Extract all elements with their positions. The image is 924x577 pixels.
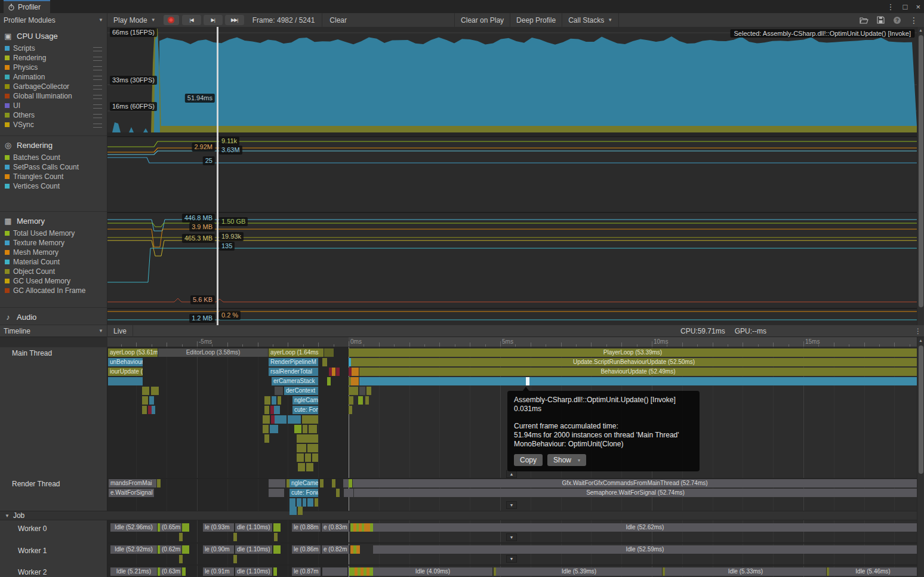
timeline-segment[interactable]	[270, 425, 278, 433]
timeline-segment[interactable]	[186, 545, 189, 554]
timeline-segment[interactable]: PlayerLoop (53.39ms)	[349, 348, 917, 357]
timeline-segment[interactable]	[157, 479, 161, 487]
timeline-segment[interactable]	[288, 415, 301, 424]
timeline-segment[interactable]: le (0.88m	[292, 523, 321, 532]
timeline-segment[interactable]	[344, 489, 353, 497]
timeline-segment[interactable]	[298, 507, 303, 515]
timeline-segment[interactable]	[358, 396, 363, 405]
timeline-segment[interactable]	[332, 368, 335, 376]
module-legend-item[interactable]: Physics	[0, 63, 107, 72]
timeline-segment[interactable]: Idle (52.92ms)	[110, 545, 157, 554]
timeline-segment[interactable]	[264, 406, 269, 414]
scrollbar-thumb[interactable]	[919, 345, 923, 474]
module-header[interactable]: ♪Audio	[0, 308, 107, 325]
timeline-segment[interactable]	[327, 377, 331, 385]
module-legend-item[interactable]: Batches Count	[0, 153, 107, 162]
timeline-segment[interactable]	[294, 425, 301, 433]
timeline-segment[interactable]: e (0.82m	[322, 545, 349, 554]
timeline-segment[interactable]	[309, 425, 317, 433]
timeline-segment[interactable]	[269, 489, 284, 497]
module-header[interactable]: ◎Rendering	[0, 136, 107, 153]
drag-handle-icon[interactable]	[93, 114, 102, 118]
timeline-segment[interactable]	[263, 425, 269, 433]
timeline-segment[interactable]	[274, 406, 280, 414]
timeline-segment[interactable]	[336, 489, 340, 497]
timeline-segment[interactable]	[297, 498, 301, 507]
timeline-segment[interactable]	[306, 463, 313, 471]
module-header[interactable]: ▦Memory	[0, 212, 107, 229]
timeline-segment[interactable]: Idle (5.46ms)	[829, 567, 917, 576]
timeline-segment[interactable]	[297, 453, 304, 462]
timeline-segment[interactable]: derContext	[284, 387, 318, 395]
record-button[interactable]	[164, 15, 179, 25]
timeline-segment[interactable]	[297, 444, 306, 452]
timeline-segment[interactable]: Idle (5.33ms)	[665, 567, 826, 576]
module-legend-item[interactable]: GarbageCollector	[0, 82, 107, 91]
timeline-segment[interactable]	[297, 434, 318, 443]
timeline-segment[interactable]: le (0.93m	[203, 523, 234, 532]
timeline-segment[interactable]: Idle (52.62ms)	[373, 523, 917, 532]
call-stacks-dropdown[interactable]: Call Stacks ▼	[562, 13, 618, 27]
timeline-segment[interactable]	[352, 368, 359, 376]
timeline-segment[interactable]	[303, 498, 306, 507]
timeline-segment[interactable]	[142, 406, 147, 414]
module-header[interactable]: ▣CPU Usage	[0, 27, 107, 44]
timeline-segment[interactable]	[365, 396, 369, 405]
module-legend-item[interactable]: Texture Memory	[0, 238, 107, 248]
timeline-segment[interactable]	[320, 479, 324, 487]
module-legend-item[interactable]: Triangles Count	[0, 172, 107, 181]
timeline-segment[interactable]: (0.63m	[160, 567, 181, 576]
timeline-segment[interactable]: le (0.90m	[203, 545, 234, 554]
timeline-segment[interactable]	[108, 377, 143, 385]
previous-frame-button[interactable]: |◀	[182, 15, 201, 25]
timeline-segment[interactable]: unBehaviourUpd	[108, 358, 143, 366]
timeline-segment[interactable]	[186, 523, 189, 532]
memory-chart[interactable]	[107, 213, 924, 308]
timeline-segment[interactable]: Idle (5.21ms)	[110, 567, 157, 576]
timeline-segment[interactable]: Idle (5.39ms)	[496, 567, 662, 576]
timeline-segment[interactable]	[349, 479, 352, 487]
profiler-modules-dropdown[interactable]: Profiler Modules ▼	[0, 13, 107, 27]
timeline-segment[interactable]	[349, 406, 352, 414]
deep-profile-toggle[interactable]: Deep Profile	[510, 13, 562, 27]
timeline-segment[interactable]: iourUpdate (52.	[108, 368, 143, 376]
module-legend-item[interactable]: Scripts	[0, 44, 107, 53]
timeline-segment[interactable]: Idle (4.09ms)	[373, 567, 492, 576]
rendering-chart[interactable]	[107, 137, 924, 212]
timeline-segment[interactable]	[349, 396, 353, 405]
timeline-segment[interactable]	[151, 387, 159, 395]
timeline-segment[interactable]	[179, 533, 183, 541]
timeline-segment[interactable]	[322, 567, 347, 576]
module-legend-item[interactable]: GC Used Memory	[0, 276, 107, 286]
play-mode-dropdown[interactable]: Play Mode ▼	[107, 13, 162, 27]
timeline-segment[interactable]	[182, 567, 186, 576]
module-legend-item[interactable]: Object Count	[0, 267, 107, 276]
module-legend-item[interactable]: VSync	[0, 120, 107, 129]
module-legend-item[interactable]: GC Allocated In Frame	[0, 286, 107, 295]
cpu-usage-chart[interactable]	[107, 27, 924, 136]
module-legend-item[interactable]: Rendering	[0, 53, 107, 63]
load-profile-icon[interactable]	[857, 15, 870, 26]
last-frame-button[interactable]: ▶▶|	[225, 15, 244, 25]
timeline-segment[interactable]	[526, 377, 529, 385]
scroll-up-icon[interactable]: ▲	[917, 337, 924, 344]
timeline-segment[interactable]: le (0.86m	[292, 545, 321, 554]
timeline-segment[interactable]	[277, 545, 281, 554]
timeline-area[interactable]: -5ms0ms5ms10ms15ms Main ThreadRender Thr…	[0, 337, 924, 577]
timeline-segment[interactable]: dle (1.10ms)	[235, 567, 272, 576]
expand-rows-button[interactable]: ▼	[506, 533, 517, 541]
module-legend-item[interactable]: Global Illumination	[0, 91, 107, 101]
timeline-segment[interactable]: ngleCame	[289, 479, 318, 487]
charts-area[interactable]: 66ms (15FPS)33ms (30FPS)16ms (60FPS)51.9…	[107, 27, 924, 325]
timeline-segment[interactable]: ayerLoop (1.64ms	[269, 348, 324, 357]
timeline-segment[interactable]: le (0.91m	[203, 567, 234, 576]
timeline-menu-icon[interactable]: ⋮	[914, 327, 922, 335]
timeline-segment[interactable]	[278, 396, 281, 405]
timeline-segment[interactable]	[264, 396, 270, 405]
timeline-segment[interactable]	[142, 396, 148, 405]
timeline-scrollbar[interactable]: ▲	[917, 337, 924, 577]
save-profile-icon[interactable]	[874, 15, 887, 26]
next-frame-button[interactable]: ▶|	[204, 15, 223, 25]
timeline-segment[interactable]	[349, 387, 358, 395]
timeline-segment[interactable]: Idle (52.96ms)	[110, 523, 157, 532]
